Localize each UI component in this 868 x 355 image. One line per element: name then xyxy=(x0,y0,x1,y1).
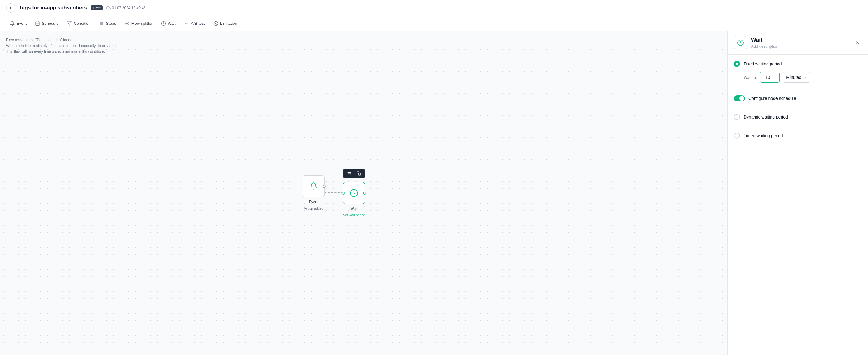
divider-3 xyxy=(734,126,862,127)
panel-title-area: Wait Add description xyxy=(734,36,778,50)
dynamic-option-label: Dynamic waiting period xyxy=(744,115,788,120)
panel-icon xyxy=(734,36,747,50)
dynamic-radio[interactable] xyxy=(734,114,740,120)
event-node-sublabel: Action added xyxy=(304,206,323,210)
svg-line-14 xyxy=(214,22,217,25)
page-title: Tags for in-app subscribers xyxy=(19,5,87,11)
toolbar-item-steps[interactable]: Steps xyxy=(95,19,120,28)
event-bell-icon xyxy=(309,182,318,191)
panel-header: Wait Add description xyxy=(728,31,868,55)
toolbar-item-event[interactable]: Event xyxy=(6,19,30,28)
wait-right-dot xyxy=(363,192,366,195)
close-icon xyxy=(855,40,860,45)
canvas-info: Flow active in the "Demonstration" brand… xyxy=(6,37,116,55)
svg-text:AB: AB xyxy=(185,22,188,25)
wait-node-toolbar xyxy=(343,169,365,179)
svg-rect-0 xyxy=(36,22,39,25)
timed-radio[interactable] xyxy=(734,133,740,139)
event-right-dot xyxy=(323,185,326,188)
timed-option-row: Timed waiting period xyxy=(734,133,862,139)
connector xyxy=(324,192,343,193)
fixed-option-label: Fixed waiting period xyxy=(744,61,782,66)
panel-title-group: Wait Add description xyxy=(751,37,778,49)
back-button[interactable] xyxy=(6,3,15,12)
wait-for-row: Wait for Minutes Hours Days Weeks xyxy=(744,72,862,83)
configure-option-label: Configure node schedule xyxy=(748,96,796,101)
toolbar: Event Schedule Condition Steps xyxy=(0,16,868,31)
copy-node-button[interactable] xyxy=(355,170,363,177)
toolbar-item-wait[interactable]: Wait xyxy=(157,19,179,28)
limit-icon xyxy=(213,21,218,26)
configure-option-row: Configure node schedule xyxy=(734,95,862,101)
flow-area: Event Action added xyxy=(303,169,365,217)
filter-icon xyxy=(67,21,72,26)
ab-icon: AB xyxy=(184,21,189,26)
toolbar-item-ab-test[interactable]: AB A/B test xyxy=(181,19,209,28)
wait-node-label: Wait xyxy=(350,206,358,211)
svg-rect-15 xyxy=(359,173,361,175)
panel-description[interactable]: Add description xyxy=(751,44,778,49)
wait-node-box[interactable] xyxy=(343,182,365,204)
fixed-radio[interactable] xyxy=(734,61,740,67)
draft-badge: Draft xyxy=(91,5,103,10)
copy-icon xyxy=(357,171,361,176)
timed-option-label: Timed waiting period xyxy=(744,133,783,138)
toolbar-item-limitation[interactable]: Limitation xyxy=(210,19,241,28)
dynamic-option-row: Dynamic waiting period xyxy=(734,114,862,120)
fixed-option-row: Fixed waiting period xyxy=(734,61,862,67)
connector-line xyxy=(324,192,343,193)
bell-icon xyxy=(10,21,15,26)
wait-node: Wait Set wait period xyxy=(343,169,365,217)
calendar-icon xyxy=(35,21,40,26)
configure-toggle[interactable] xyxy=(734,95,745,101)
trash-icon xyxy=(347,171,351,176)
wait-left-dot xyxy=(342,192,345,195)
wait-clock-icon xyxy=(350,189,358,197)
event-node-box[interactable] xyxy=(303,175,324,197)
toolbar-item-schedule[interactable]: Schedule xyxy=(31,19,62,28)
toolbar-item-condition[interactable]: Condition xyxy=(63,19,94,28)
split-icon xyxy=(125,21,130,26)
panel-clock-icon xyxy=(737,39,744,46)
canvas[interactable]: Flow active in the "Demonstration" brand… xyxy=(0,31,727,355)
cloud-icon xyxy=(106,6,111,10)
right-panel: Wait Add description Fixed waiting perio… xyxy=(727,31,868,355)
main-layout: Flow active in the "Demonstration" brand… xyxy=(0,31,868,355)
save-info: 01.07.2024 13:40:46 xyxy=(106,6,146,10)
wait-for-label: Wait for xyxy=(744,75,757,80)
wait-node-sublabel: Set wait period xyxy=(343,213,365,217)
panel-title: Wait xyxy=(751,37,778,43)
svg-marker-4 xyxy=(67,22,71,25)
time-unit-select[interactable]: Minutes Hours Days Weeks xyxy=(783,72,810,83)
wait-for-input[interactable] xyxy=(760,72,780,83)
event-node: Event Action added xyxy=(303,175,324,210)
divider-2 xyxy=(734,107,862,108)
toolbar-item-flow-splitter[interactable]: Flow splitter xyxy=(121,19,156,28)
panel-content: Fixed waiting period Wait for Minutes Ho… xyxy=(728,55,868,145)
event-node-label: Event xyxy=(309,200,318,204)
delete-node-button[interactable] xyxy=(345,170,353,177)
header: Tags for in-app subscribers Draft 01.07.… xyxy=(0,0,868,16)
clock-icon xyxy=(161,21,166,26)
divider-1 xyxy=(734,89,862,89)
close-panel-button[interactable] xyxy=(853,38,862,47)
steps-icon xyxy=(99,21,104,26)
